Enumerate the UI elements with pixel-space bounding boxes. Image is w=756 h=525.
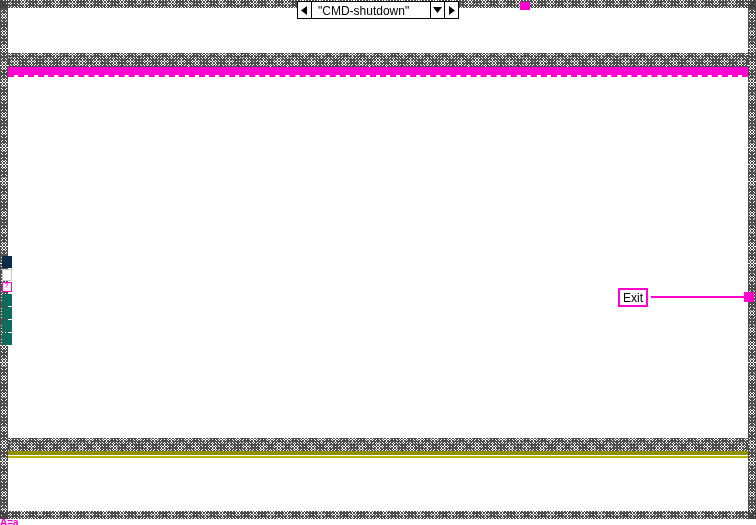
case-structure-border-top — [8, 53, 748, 67]
case-selector-label[interactable]: "CMD-shutdown" — [312, 2, 430, 18]
terminal-navy — [2, 256, 12, 268]
terminal-teal-3 — [2, 320, 12, 332]
terminal-magenta-question — [2, 282, 12, 292]
terminal-teal-4 — [2, 333, 12, 345]
chevron-right-icon — [448, 6, 455, 15]
exit-wire — [651, 296, 748, 298]
svg-marker-2 — [449, 6, 455, 15]
olive-rail-secondary — [8, 456, 748, 458]
terminal-teal-1 — [2, 294, 12, 306]
bottom-left-tag: A=a — [0, 519, 19, 525]
while-loop-border-bottom — [0, 511, 756, 519]
terminal-teal-2 — [2, 307, 12, 319]
case-selector[interactable]: "CMD-shutdown" — [297, 1, 459, 19]
case-structure-border-bottom — [8, 438, 748, 452]
case-prev-button[interactable] — [298, 2, 312, 18]
top-tunnel-node — [520, 2, 530, 10]
exit-constant[interactable]: Exit — [618, 288, 648, 307]
while-loop-border-right — [748, 0, 756, 519]
chevron-left-icon — [301, 6, 308, 15]
svg-marker-0 — [301, 6, 307, 15]
olive-rail — [8, 451, 748, 455]
chevron-down-icon — [433, 7, 442, 13]
svg-marker-1 — [433, 7, 442, 13]
exit-tunnel — [744, 292, 754, 302]
case-next-button[interactable] — [444, 2, 458, 18]
terminal-white — [2, 269, 12, 281]
magenta-rail-dashed — [8, 75, 748, 77]
case-dropdown-toggle[interactable] — [430, 2, 444, 18]
